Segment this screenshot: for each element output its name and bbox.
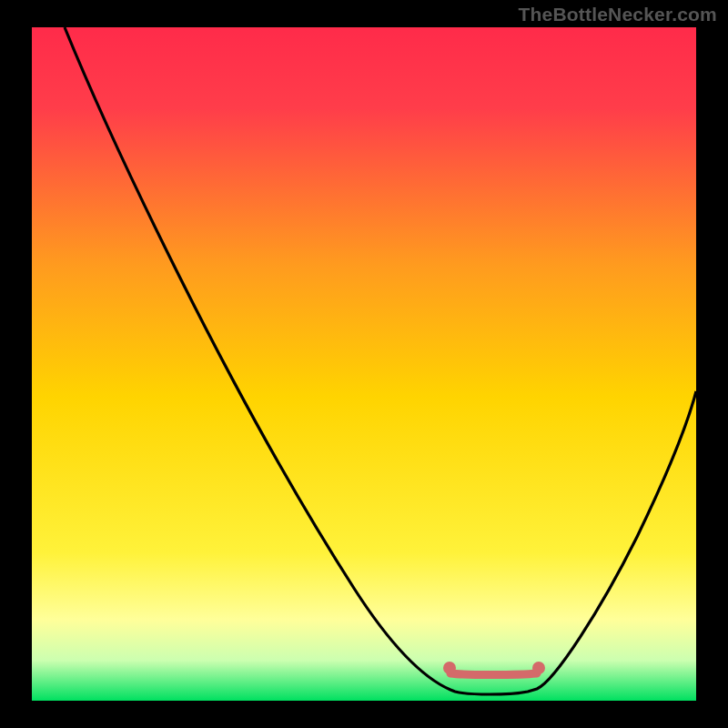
- chart-frame: TheBottleNecker.com: [0, 0, 728, 728]
- bottleneck-flat-highlight: [450, 673, 537, 675]
- plot-background: [32, 27, 696, 701]
- watermark-text: TheBottleNecker.com: [518, 4, 717, 25]
- flat-start-dot: [443, 662, 456, 674]
- flat-end-dot: [532, 662, 545, 674]
- chart-svg: [0, 0, 728, 728]
